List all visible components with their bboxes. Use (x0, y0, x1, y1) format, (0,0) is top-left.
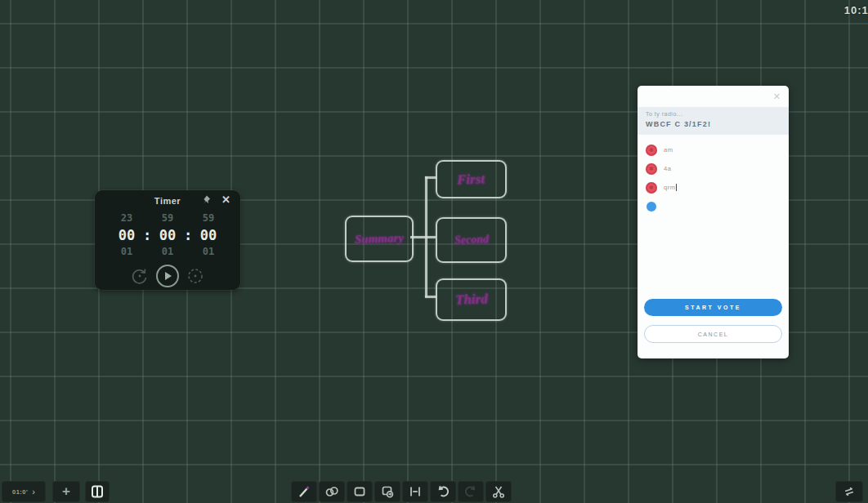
swap-pages-button[interactable] (835, 481, 863, 502)
chevron-right-icon[interactable]: › (32, 487, 35, 496)
vote-panel-close-icon[interactable]: ✕ (773, 91, 781, 102)
handwriting-third: Third (454, 291, 487, 308)
cut-tool-button[interactable] (485, 481, 512, 502)
vote-option-row[interactable]: qrm (646, 178, 781, 197)
system-clock: 10:19 (844, 4, 868, 16)
start-vote-button[interactable]: START VOTE (644, 299, 782, 316)
undo-icon (436, 484, 450, 499)
timer-seconds-prev: 59 (193, 211, 224, 225)
pin-icon[interactable] (201, 194, 213, 206)
shapes-tool-button[interactable] (319, 481, 345, 502)
text-cursor (676, 184, 677, 191)
vote-options-list: am 4a qrm (638, 140, 789, 216)
swap-icon (840, 483, 859, 501)
vote-option-row[interactable]: am (646, 140, 781, 159)
select-icon (352, 484, 367, 499)
move-icon: + (62, 485, 70, 498)
vote-question-header: To ty radio... WBCF C 3/1F2! (638, 107, 789, 135)
dual-page-button[interactable] (85, 481, 110, 502)
redo-icon (463, 484, 478, 499)
cancel-button[interactable]: CANCEL (644, 325, 782, 343)
mindmap-connector-third (425, 296, 436, 298)
mindmap-root-node[interactable]: Summary (345, 216, 414, 262)
dual-page-icon (90, 484, 105, 499)
mindmap-connector-trunk (425, 176, 427, 297)
timer-close-icon[interactable]: ✕ (221, 194, 230, 206)
play-icon (165, 272, 172, 280)
fit-width-icon (408, 484, 423, 499)
handwriting-root: Summary (355, 231, 405, 247)
handwriting-first: First (457, 171, 485, 188)
capture-icon (380, 484, 395, 499)
timer-widget[interactable]: Timer ✕ 23 59 59 00 : 00 : 00 01 01 01 (95, 190, 240, 290)
vote-option-row[interactable] (646, 197, 781, 216)
timer-minutes-next: 01 (152, 245, 183, 259)
timer-colon: : (183, 225, 193, 245)
capture-tool-button[interactable] (374, 481, 400, 502)
mindmap-connector-first (425, 176, 436, 179)
timer-play-button[interactable] (156, 265, 179, 287)
timer-header[interactable]: Timer ✕ (95, 190, 240, 210)
page-counter-value: 01:0' (12, 488, 28, 496)
handwriting-second: Second (454, 233, 489, 247)
timer-minutes-current[interactable]: 00 (152, 225, 183, 245)
whiteboard-canvas[interactable]: 10:19 Timer ✕ 23 59 59 00 : 00 : 00 (0, 0, 868, 503)
option-red-icon[interactable] (646, 145, 657, 156)
timer-hours-next: 01 (111, 245, 142, 259)
mindmap-child-node-third[interactable]: Third (436, 278, 507, 321)
cut-icon (491, 484, 506, 499)
option-red-icon[interactable] (646, 163, 657, 175)
timer-digits[interactable]: 23 59 59 00 : 00 : 00 01 01 01 (95, 211, 240, 259)
vote-option-row[interactable]: 4a (646, 159, 781, 178)
add-option-icon[interactable] (647, 202, 656, 211)
timer-minutes-prev: 59 (152, 211, 183, 225)
vote-subtitle: To ty radio... (646, 111, 781, 117)
timer-seconds-current[interactable]: 00 (193, 225, 224, 245)
option-label[interactable]: qrm (664, 184, 675, 191)
select-tool-button[interactable] (347, 481, 373, 502)
move-tool-button[interactable]: + (52, 481, 80, 502)
timer-reset-button[interactable] (130, 266, 150, 286)
timer-colon: : (142, 225, 152, 245)
timer-repeat-button[interactable] (186, 266, 205, 286)
redo-button[interactable] (458, 481, 484, 502)
vote-question: WBCF C 3/1F2! (646, 120, 781, 128)
timer-hours-prev: 23 (111, 211, 142, 225)
pen-icon (297, 484, 311, 499)
mindmap-child-node-second[interactable]: Second (436, 217, 507, 263)
pen-tool-button[interactable] (291, 481, 317, 502)
vote-panel[interactable]: ✕ To ty radio... WBCF C 3/1F2! am 4a qrm (638, 86, 789, 358)
timer-hours-current[interactable]: 00 (111, 225, 142, 245)
undo-button[interactable] (430, 481, 456, 502)
fit-width-tool-button[interactable] (402, 481, 428, 502)
mindmap-child-node-first[interactable]: First (436, 160, 507, 198)
shapes-icon (324, 484, 339, 499)
timer-seconds-next: 01 (193, 245, 224, 259)
mindmap-connector-root (410, 236, 436, 238)
option-label[interactable]: am (664, 146, 673, 154)
timer-title: Timer (95, 196, 240, 206)
option-label[interactable]: 4a (664, 165, 671, 172)
page-counter-button[interactable]: 01:0' › (2, 481, 46, 502)
option-red-icon[interactable] (646, 182, 657, 194)
